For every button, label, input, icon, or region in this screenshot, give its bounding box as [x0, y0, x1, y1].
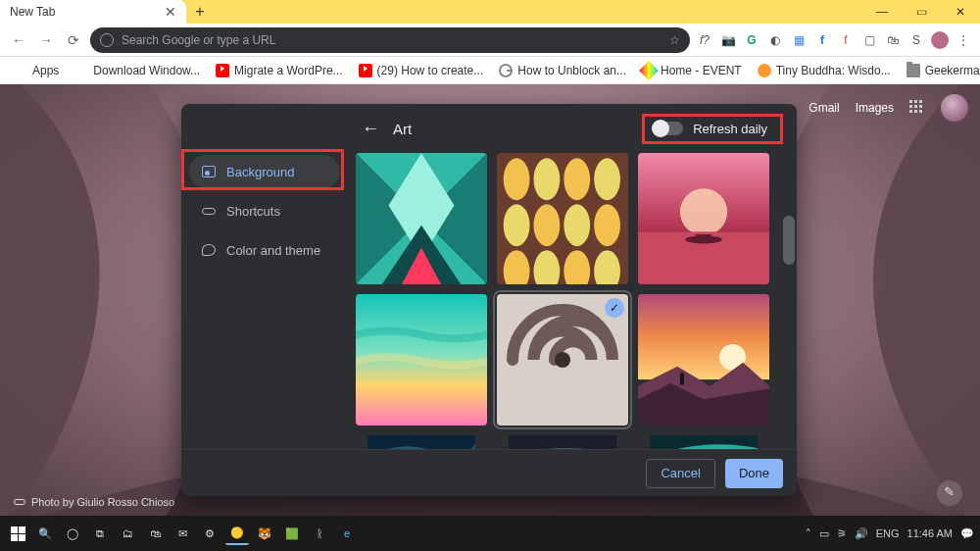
- dialog-main: ← Art Refresh daily: [348, 104, 797, 449]
- refresh-daily-toggle[interactable]: Refresh daily: [650, 118, 775, 140]
- grammarly-icon[interactable]: G: [743, 31, 760, 49]
- close-window-button[interactable]: ✕: [941, 0, 980, 24]
- store-icon[interactable]: 🛍: [143, 522, 167, 545]
- edge-icon[interactable]: e: [335, 522, 359, 545]
- bookmarks-bar: Apps Download Window... Migrate a WordPr…: [0, 57, 980, 84]
- bookmark-item[interactable]: Tiny Buddha: Wisdo...: [752, 62, 897, 79]
- toggle-label: Refresh daily: [693, 122, 767, 136]
- browser-menu-icon[interactable]: ⋮: [955, 31, 972, 49]
- wallpaper-thumb-partial[interactable]: [638, 435, 769, 449]
- window-titlebar: New Tab ✕ + — ▭ ✕: [0, 0, 980, 24]
- apps-label: Apps: [32, 64, 59, 77]
- start-button[interactable]: [6, 522, 29, 545]
- profile-avatar-icon[interactable]: [931, 31, 949, 49]
- clock[interactable]: 11:46 AM: [907, 527, 953, 539]
- back-button[interactable]: ←: [8, 29, 29, 51]
- globe-icon: [499, 64, 513, 77]
- battery-icon[interactable]: ▭: [819, 527, 829, 540]
- svg-point-12: [504, 204, 530, 246]
- sidebar-label: Color and theme: [226, 243, 320, 258]
- bookmark-item[interactable]: (29) How to create...: [353, 62, 490, 79]
- camera-icon[interactable]: 📷: [719, 31, 737, 49]
- svg-rect-32: [680, 373, 684, 384]
- ext-circle-icon[interactable]: ◐: [766, 31, 784, 49]
- wallpaper-thumb-partial[interactable]: [356, 435, 487, 449]
- sidebar-item-shortcuts[interactable]: Shortcuts: [189, 194, 340, 227]
- taskbar-right: ˄ ▭ ⚞ 🔊 ENG 11:46 AM 💬: [806, 527, 974, 540]
- chrome-icon[interactable]: 🟡: [225, 522, 249, 545]
- sidebar-item-color-theme[interactable]: Color and theme: [189, 233, 340, 267]
- ext-fq-icon[interactable]: f?: [696, 31, 713, 49]
- ext-cart-icon[interactable]: 🛍: [884, 31, 902, 49]
- back-arrow-icon[interactable]: ←: [362, 119, 379, 139]
- bookmark-item[interactable]: Migrate a WordPre...: [210, 62, 348, 79]
- window-controls: — ▭ ✕: [862, 0, 980, 24]
- wallpaper-thumb-swirl[interactable]: ✓: [497, 294, 628, 426]
- tab-title: New Tab: [10, 5, 55, 19]
- toggle-switch[interactable]: [654, 122, 683, 135]
- new-tab-button[interactable]: +: [186, 0, 214, 24]
- wifi-icon[interactable]: ⚞: [837, 527, 847, 540]
- reload-button[interactable]: ⟳: [63, 29, 84, 51]
- cortana-icon[interactable]: ◯: [61, 522, 84, 545]
- svg-rect-34: [509, 435, 616, 449]
- folder-icon: [906, 64, 920, 77]
- wallpaper-thumb-partial[interactable]: [497, 435, 628, 449]
- app-icon[interactable]: ᚱ: [308, 522, 331, 545]
- bookmark-item[interactable]: How to Unblock an...: [493, 62, 632, 79]
- done-button[interactable]: Done: [725, 459, 783, 488]
- bookmark-item[interactable]: Download Window...: [69, 62, 206, 79]
- app-icon[interactable]: 🟩: [280, 522, 304, 545]
- youtube-icon: [359, 64, 372, 77]
- search-icon[interactable]: 🔍: [33, 522, 57, 545]
- account-avatar[interactable]: [941, 94, 968, 122]
- wallpaper-thumb-gradient[interactable]: [356, 294, 487, 426]
- sidebar-label: Background: [226, 165, 294, 179]
- notifications-icon[interactable]: 💬: [960, 527, 974, 540]
- bookmark-label: Migrate a WordPre...: [234, 64, 342, 77]
- volume-icon[interactable]: 🔊: [855, 527, 868, 540]
- bookmark-item[interactable]: Geekermag: [901, 62, 980, 79]
- windows-icon: [74, 64, 88, 77]
- ext-s-icon[interactable]: S: [907, 31, 925, 49]
- minimize-button[interactable]: —: [862, 0, 902, 24]
- customize-button[interactable]: [937, 480, 962, 506]
- gmail-link[interactable]: Gmail: [808, 101, 839, 115]
- ext-square-icon[interactable]: ▢: [860, 31, 878, 49]
- maximize-button[interactable]: ▭: [902, 0, 941, 24]
- file-explorer-icon[interactable]: 🗂: [116, 522, 139, 545]
- annotation-highlight: Refresh daily: [642, 114, 783, 144]
- google-apps-icon[interactable]: [909, 100, 925, 116]
- images-link[interactable]: Images: [856, 101, 894, 115]
- palette-icon: [201, 242, 217, 258]
- bookmark-star-icon[interactable]: ☆: [669, 33, 680, 47]
- wallpaper-thumb-leaves[interactable]: [497, 153, 628, 284]
- app-icon[interactable]: 🐯: [253, 522, 276, 545]
- wallpaper-thumb-geometric[interactable]: [356, 153, 487, 284]
- tab-close-icon[interactable]: ✕: [165, 4, 176, 20]
- apps-shortcut[interactable]: Apps: [8, 62, 65, 79]
- ext-box-icon[interactable]: ▦: [790, 31, 808, 49]
- system-tray[interactable]: ˄ ▭ ⚞ 🔊 ENG 11:46 AM 💬: [806, 527, 974, 540]
- bookmark-label: Tiny Buddha: Wisdo...: [776, 64, 891, 77]
- language-indicator[interactable]: ENG: [876, 527, 900, 539]
- bookmark-item[interactable]: Home - EVENT: [636, 62, 748, 79]
- svg-point-11: [594, 158, 620, 200]
- browser-tab[interactable]: New Tab ✕: [0, 0, 186, 24]
- sidebar-item-background[interactable]: Background: [189, 155, 340, 188]
- forward-button[interactable]: →: [35, 29, 57, 51]
- task-view-icon[interactable]: ⧉: [88, 522, 112, 545]
- mail-icon[interactable]: ✉: [171, 522, 194, 545]
- tray-chevron-icon[interactable]: ˄: [806, 527, 811, 540]
- ext-f-icon[interactable]: f: [837, 31, 855, 49]
- dialog-header: ← Art Refresh daily: [348, 104, 797, 153]
- facebook-icon[interactable]: f: [813, 31, 831, 49]
- wallpaper-thumb-sunset-pink[interactable]: [638, 153, 769, 284]
- address-bar[interactable]: Search Google or type a URL ☆: [90, 27, 690, 53]
- svg-point-27: [555, 352, 570, 368]
- wallpaper-thumb-sunset-orange[interactable]: [638, 294, 769, 426]
- browser-toolbar: ← → ⟳ Search Google or type a URL ☆ f? 📷…: [0, 24, 980, 57]
- cancel-button[interactable]: Cancel: [646, 459, 714, 488]
- scrollbar-thumb[interactable]: [783, 216, 795, 265]
- settings-icon[interactable]: ⚙: [198, 522, 221, 545]
